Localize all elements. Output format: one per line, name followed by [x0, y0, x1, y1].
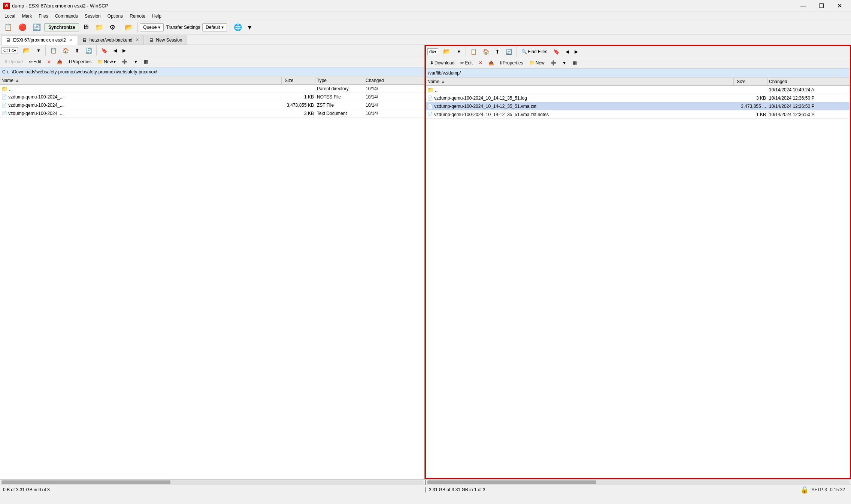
left-refresh-button[interactable]: 🔄 [83, 46, 94, 55]
tab-hetzner[interactable]: 🖥 hetzner/web-backend ✕ [78, 35, 144, 45]
toolbar-icon3[interactable]: 🔄 [30, 22, 43, 33]
find-files-button[interactable]: 🔍 Find Files [519, 47, 550, 56]
right-tree-button[interactable]: 📋 [468, 47, 479, 56]
left-tree-button[interactable]: 📋 [48, 46, 59, 55]
right-refresh-button[interactable]: 🔄 [503, 47, 515, 56]
toolbar-icon8[interactable]: 🌐 [231, 22, 245, 33]
right-col-size[interactable]: Size [734, 78, 767, 85]
menu-files[interactable]: Files [36, 13, 51, 19]
maximize-button[interactable]: ☐ [813, 0, 830, 12]
right-properties-button[interactable]: ℹ Properties [497, 58, 526, 67]
menu-help[interactable]: Help [149, 13, 164, 19]
right-sep2 [517, 46, 517, 57]
toolbar-icon2[interactable]: 🔴 [16, 22, 29, 33]
menu-mark[interactable]: Mark [19, 13, 35, 19]
minimize-button[interactable]: — [795, 0, 812, 12]
left-view-btn1[interactable]: ▼ [131, 57, 140, 66]
right-view-btn3[interactable]: ▦ [570, 58, 579, 67]
tab-new-session[interactable]: 🖥 New Session [145, 35, 187, 45]
left-bookmark-button[interactable]: 🔖 [99, 46, 110, 55]
toolbar-separator3 [229, 22, 229, 33]
right-up-button[interactable]: ⬆ [493, 47, 502, 56]
left-cell-changed-1: 10/14/ [364, 94, 424, 100]
right-edit-button[interactable]: ✏ Edit [458, 58, 475, 67]
left-back-button[interactable]: ◀ [111, 46, 119, 55]
close-button[interactable]: ✕ [831, 0, 848, 12]
synchronize-button[interactable]: Synchronize [44, 23, 79, 31]
menu-commands[interactable]: Commands [52, 13, 81, 19]
menu-options[interactable]: Options [105, 13, 126, 19]
left-home-button[interactable]: 🏠 [60, 46, 72, 55]
right-filter-button[interactable]: ▼ [454, 47, 464, 56]
right-col-name[interactable]: Name ▲ [426, 78, 734, 85]
left-scrollbar-thumb[interactable] [1, 480, 170, 484]
menu-session[interactable]: Session [82, 13, 104, 19]
right-scroll[interactable] [426, 480, 851, 485]
left-row-0[interactable]: 📄 vzdump-qemu-100-2024_... 1 KB NOTES Fi… [0, 93, 424, 101]
left-row-2[interactable]: 📄 vzdump-qemu-100-2024_... 3 KB Text Doc… [0, 109, 424, 118]
right-view-btn2[interactable]: ▼ [560, 58, 569, 67]
right-move-button[interactable]: 📤 [486, 58, 497, 67]
left-open-button[interactable]: 📂 [20, 46, 33, 55]
toolbar-icon7[interactable]: 📂 [122, 22, 136, 33]
tab-esxi-close[interactable]: ✕ [68, 38, 73, 43]
left-row-parent[interactable]: 📁 .. Parent directory 10/14/ [0, 85, 424, 93]
left-col-type[interactable]: Type [315, 76, 364, 84]
left-forward-button[interactable]: ▶ [120, 46, 128, 55]
left-col-name[interactable]: Name ▲ [0, 76, 282, 84]
right-scrollbar-track[interactable] [427, 480, 850, 484]
toolbar-icon5[interactable]: 📁 [93, 22, 106, 33]
left-edit-button[interactable]: ✏ Edit [26, 57, 44, 66]
right-scrollbar-thumb[interactable] [427, 480, 596, 484]
left-action-bar: ⬆ Upload ✏ Edit ✕ 📤 ℹ Properties 📁 New ▾… [0, 56, 424, 67]
right-row-1[interactable]: 📄 vzdump-qemu-100-2024_10_14-12_35_51.vm… [426, 102, 850, 110]
toolbar-icon4[interactable]: 🖥 [80, 22, 92, 33]
right-row-parent[interactable]: 📁 .. 10/14/2024 10:49:24 A [426, 86, 850, 94]
left-properties-button[interactable]: ℹ Properties [66, 57, 94, 66]
right-home-button[interactable]: 🏠 [480, 47, 492, 56]
left-up-button[interactable]: ⬆ [72, 46, 82, 55]
right-file-list[interactable]: Name ▲ Size Changed 📁 .. 10/14/2024 10:4… [426, 78, 850, 478]
left-filter-button[interactable]: ▼ [34, 46, 43, 55]
left-file-header: Name ▲ Size Type Changed [0, 76, 424, 85]
left-delete-button[interactable]: ✕ [45, 57, 54, 66]
right-forward-button[interactable]: ▶ [572, 47, 581, 56]
menu-local[interactable]: Local [1, 13, 18, 19]
right-download-button[interactable]: ⬇ Download [427, 58, 457, 67]
left-new-button[interactable]: 📁 New ▾ [95, 57, 118, 66]
left-col-changed[interactable]: Changed [364, 76, 424, 84]
left-move-button[interactable]: 📤 [54, 57, 65, 66]
toolbar-icon6[interactable]: ⚙ [107, 22, 118, 33]
left-scrollbar-track[interactable] [1, 480, 424, 484]
queue-arrow: ▾ [158, 25, 160, 30]
queue-button[interactable]: Queue ▾ [140, 23, 164, 31]
left-scroll[interactable] [0, 480, 426, 485]
toolbar-icon1[interactable]: 📋 [1, 22, 15, 33]
right-view-btn1[interactable]: ➕ [548, 58, 559, 67]
right-bookmark-button[interactable]: 🔖 [551, 47, 562, 56]
left-col-size[interactable]: Size [282, 76, 315, 84]
right-col-changed[interactable]: Changed [767, 78, 850, 85]
right-new-button[interactable]: 📁 New [527, 58, 547, 67]
left-drive-selector[interactable]: C: Lc ▾ [1, 47, 18, 54]
left-upload-button[interactable]: ⬆ Upload [1, 57, 25, 66]
right-status: 3.31 GB of 3.31 GB in 1 of 3 🔒 SFTP-3 0:… [426, 486, 851, 494]
tab-hetzner-close[interactable]: ✕ [135, 37, 140, 42]
right-cell-size-2: 3,473,855 ... [734, 104, 767, 109]
right-back-button[interactable]: ◀ [563, 47, 572, 56]
left-add-button[interactable]: ➕ [119, 57, 130, 66]
right-delete-button[interactable]: ✕ [476, 58, 485, 67]
left-view-btn2[interactable]: ▦ [141, 57, 151, 66]
right-file-header: Name ▲ Size Changed [426, 78, 850, 86]
left-row-1[interactable]: 📄 vzdump-qemu-100-2024_... 3,473,855 KB … [0, 101, 424, 109]
left-file-list[interactable]: Name ▲ Size Type Changed 📁 .. [0, 76, 424, 479]
right-drive-selector[interactable]: du ▾ [427, 48, 438, 55]
left-cell-type-0: Parent directory [315, 86, 364, 91]
tab-esxi[interactable]: 🖥 ESXi 67/proxmox on esxi2 ✕ [1, 35, 77, 45]
right-row-0[interactable]: 📄 vzdump-qemu-100-2024_10_14-12_35_51.lo… [426, 94, 850, 102]
right-row-2[interactable]: 📄 vzdump-qemu-100-2024_10_14-12_35_51.vm… [426, 110, 850, 119]
menu-remote[interactable]: Remote [127, 13, 148, 19]
toolbar-icon9[interactable]: ▾ [245, 22, 254, 33]
default-dropdown[interactable]: Default ▾ [202, 23, 227, 31]
right-open-button[interactable]: 📂 [440, 47, 453, 56]
